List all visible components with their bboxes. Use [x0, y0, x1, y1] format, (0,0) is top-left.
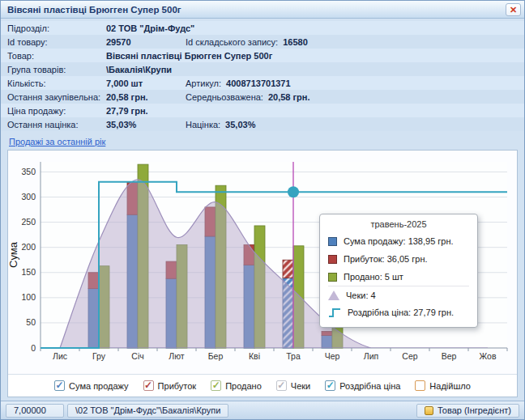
svg-text:Сер: Сер [402, 351, 417, 361]
series-color-swatch [328, 273, 337, 282]
info-label: Остання закупівельна: [7, 92, 106, 102]
tooltip-text: Прибуток: 36,05 грн. [344, 254, 428, 264]
svg-text:Чер: Чер [325, 351, 340, 361]
svg-text:Сума: Сума [8, 241, 19, 268]
info-label: Підрозділ: [7, 23, 106, 33]
tooltip-text: Чеки: 4 [346, 291, 376, 300]
info-value: 7,000 шт [106, 78, 186, 88]
status-product-type: Товар (Інгредієнт) [416, 404, 519, 418]
tooltip-item: Прибуток: 36,05 грн. [328, 250, 469, 268]
info-row: Кількість:7,000 штАртикул:4008713701371 [1, 76, 524, 90]
sales-last-year-link[interactable]: Продажі за останній рік [9, 137, 105, 146]
info-row: Id товару:29570Id складського запису:165… [1, 35, 524, 49]
svg-text:Тра: Тра [286, 351, 301, 361]
info-label: Кількість: [7, 78, 106, 88]
info-value: 02 ТОВ "Дрім-Фудс" [106, 23, 201, 33]
tooltip-item: Сума продажу: 138,95 грн. [328, 232, 469, 250]
info-value: \Бакалія\Крупи [106, 65, 186, 74]
info-label: Ціна продажу: [7, 106, 106, 116]
info-value: Вівсяні пластівці Брюгген Супер 500г [106, 51, 279, 61]
status-bar: 7,00000 \02 ТОВ "Дрім-Фудс"\Бакалія\Круп… [1, 401, 524, 419]
chart-legend: ✓Сума продажу✓Прибуток✓Продано✓Чеки✓Розд… [8, 374, 517, 397]
info-row: Остання націнка:35,03%Націнка:35,03% [1, 117, 524, 131]
info-row: Ціна продажу:27,79 грн. [1, 104, 524, 117]
svg-text:350: 350 [21, 167, 36, 176]
titlebar[interactable]: Вівсяні пластівці Брюгген Супер 500г ✕ [1, 1, 524, 19]
product-type-icon [425, 406, 433, 415]
tooltip-text: Роздрібна ціна: 27,79 грн. [348, 308, 454, 317]
legend-item: ✓Роздрібна ціна [325, 380, 400, 391]
info-label: Середньозважена: [186, 92, 263, 102]
svg-text:Лис: Лис [53, 351, 67, 361]
area-marker-icon [328, 291, 339, 300]
legend-checkbox[interactable]: ✓ [143, 380, 154, 391]
legend-checkbox[interactable]: ✓ [276, 380, 287, 391]
svg-text:150: 150 [21, 267, 36, 277]
svg-text:0: 0 [31, 343, 36, 353]
check-icon: ✓ [56, 381, 64, 390]
legend-checkbox[interactable] [415, 380, 425, 391]
info-value: 35,03% [106, 120, 186, 129]
tooltip-rows: Сума продажу: 138,95 грн.Прибуток: 36,05… [328, 232, 469, 321]
info-label: Артикул: [186, 78, 221, 88]
info-value: 35,03% [225, 120, 255, 129]
svg-text:Жов: Жов [480, 351, 497, 361]
info-label: Id товару: [7, 37, 106, 47]
tooltip-text: Сума продажу: 138,95 грн. [344, 236, 454, 246]
status-group-path: \02 ТОВ "Дрім-Фудс"\Бакалія\Крупи [67, 404, 228, 418]
legend-label: Надійшло [429, 381, 471, 391]
tooltip-title: травень-2025 [328, 219, 469, 229]
tooltip-item: Чеки: 4 [328, 286, 469, 303]
info-value: 20,58 грн. [106, 92, 186, 102]
legend-item: ✓Чеки [276, 380, 310, 391]
info-panel: Підрозділ:02 ТОВ "Дрім-Фудс"Id товару:29… [1, 19, 524, 134]
tooltip-item: Продано: 5 шт [328, 268, 469, 286]
svg-text:Вер: Вер [442, 351, 457, 361]
info-value: 20,58 грн. [268, 92, 310, 102]
close-icon: ✕ [510, 5, 517, 15]
svg-text:Лют: Лют [169, 351, 185, 361]
legend-checkbox[interactable]: ✓ [211, 380, 221, 391]
sales-chart-panel: 050100150200250300350ЛисГруСічЛютБерКвіТ… [7, 150, 518, 397]
svg-text:100: 100 [21, 292, 36, 302]
svg-text:Гру: Гру [92, 351, 106, 361]
close-button[interactable]: ✕ [506, 3, 521, 16]
legend-checkbox[interactable]: ✓ [54, 380, 65, 391]
info-row: Група товарів:\Бакалія\Крупи [1, 62, 524, 76]
check-icon: ✓ [327, 381, 335, 390]
info-row: Остання закупівельна:20,58 грн.Середньоз… [1, 90, 524, 104]
svg-text:Лип: Лип [364, 351, 378, 361]
info-value: 16580 [283, 37, 308, 47]
svg-text:250: 250 [21, 217, 36, 227]
status-quantity: 7,00000 [6, 404, 64, 418]
info-label: Група товарів: [7, 65, 106, 74]
svg-text:Кві: Кві [249, 351, 260, 361]
check-icon: ✓ [144, 381, 152, 390]
info-value: 27,79 грн. [106, 106, 186, 116]
tooltip-item: Роздрібна ціна: 27,79 грн. [328, 303, 469, 321]
status-type-label: Товар (Інгредієнт) [438, 405, 511, 417]
svg-text:50: 50 [26, 317, 36, 327]
link-row: Продажі за останній рік [1, 134, 524, 150]
step-line-icon [328, 307, 341, 318]
window-title: Вівсяні пластівці Брюгген Супер 500г [7, 5, 506, 15]
legend-label: Продано [225, 381, 262, 391]
legend-label: Сума продажу [69, 381, 129, 391]
svg-text:300: 300 [21, 192, 36, 202]
series-color-swatch [328, 255, 337, 264]
info-label: Націнка: [186, 120, 220, 129]
legend-checkbox[interactable]: ✓ [325, 380, 335, 391]
legend-label: Прибуток [158, 381, 197, 391]
info-row: Товар:Вівсяні пластівці Брюгген Супер 50… [1, 49, 524, 62]
check-icon: ✓ [212, 381, 220, 390]
check-icon: ✓ [277, 381, 285, 390]
legend-item: ✓Прибуток [143, 380, 197, 391]
legend-item: ✓Сума продажу [54, 380, 129, 391]
legend-item: Надійшло [415, 380, 471, 391]
info-value: 4008713701371 [226, 78, 291, 88]
svg-text:Бер: Бер [208, 351, 224, 361]
info-label: Id складського запису: [186, 37, 278, 47]
tooltip-text: Продано: 5 шт [344, 272, 403, 282]
chart-tooltip: травень-2025 Сума продажу: 138,95 грн.Пр… [319, 214, 478, 328]
svg-text:200: 200 [21, 242, 36, 252]
